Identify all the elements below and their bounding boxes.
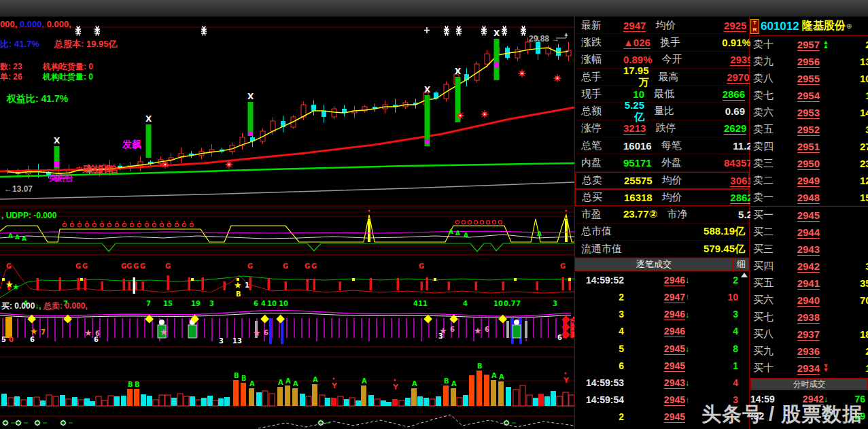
svg-text:G: G: [140, 262, 145, 270]
watermark: 头条号 / 股票数据猫: [701, 401, 868, 429]
book-level-row[interactable]: 卖九2956137: [750, 53, 868, 70]
quote-label: 总市值: [581, 225, 663, 238]
svg-text:X: X: [54, 136, 60, 145]
quote-label: 涨停: [581, 122, 623, 135]
svg-text:15: 15: [163, 300, 173, 307]
book-level-label: 买七: [753, 311, 784, 324]
trade-price: 2943: [624, 377, 685, 388]
book-level-row[interactable]: 卖四2951270: [750, 138, 868, 155]
book-volume: 24: [837, 345, 868, 357]
book-level-row[interactable]: 卖一2948158: [750, 189, 868, 206]
book-level-row[interactable]: 卖二2949123: [750, 172, 868, 189]
equity-ratio-label: 比: 41.7%: [0, 38, 39, 50]
trade-list-scrollbar[interactable]: [741, 273, 748, 409]
inst-spit-label: 机构吐货量: 0: [43, 71, 93, 83]
svg-text:★: ★: [474, 326, 482, 336]
quote-label: 均价: [662, 174, 704, 187]
trade-row[interactable]: 52945↓8: [575, 340, 749, 357]
quote-value: 0.69: [696, 105, 745, 117]
svg-text:10: 10: [267, 300, 277, 307]
book-level-row[interactable]: 卖七295415: [750, 87, 868, 104]
trade-price: 2945: [624, 394, 685, 405]
quote-value: 2862: [704, 192, 753, 203]
order-count-label: 单: 26: [0, 71, 22, 83]
svg-text:7: 7: [146, 300, 151, 307]
quote-label: 外盘: [661, 156, 704, 169]
svg-text:7: 7: [41, 328, 46, 336]
book-level-row[interactable]: 买一29453: [750, 207, 868, 224]
trade-time: 14:59:52: [579, 275, 624, 286]
book-level-row[interactable]: 买二29442: [750, 224, 868, 241]
trade-tabbar: 逐笔成交 细: [575, 258, 749, 271]
quote-value: 3213: [623, 122, 646, 134]
scroll-up-icon[interactable]: [741, 273, 748, 277]
trade-row[interactable]: 629451: [575, 357, 749, 374]
quote-value: 17.95万: [623, 65, 649, 89]
book-level-row[interactable]: 卖十2957▲▲23: [750, 36, 868, 53]
book-price: 2949: [784, 175, 820, 186]
trade-direction-icon: ↓: [685, 275, 695, 285]
chart-area[interactable]: XXXXXXAAAAAAAGGGGGGGGGGGGGG★★★1B47715193…: [0, 0, 574, 429]
trade-row[interactable]: 32946↓3: [575, 306, 749, 323]
book-volume: 137: [837, 56, 868, 67]
quote-value: 25575: [624, 175, 653, 186]
book-level-row[interactable]: 买四294233: [750, 258, 868, 275]
trade-row[interactable]: 22947↑10: [575, 288, 749, 305]
quote-label: 最低: [654, 88, 696, 101]
trade-price: 2946: [624, 275, 685, 286]
quote-value: 588.19亿: [663, 225, 745, 238]
quote-value: 10: [623, 88, 644, 100]
svg-text:19: 19: [191, 300, 201, 307]
sell-amount-label: 总卖: 0.000,: [44, 301, 88, 311]
trade-time: 3: [579, 309, 624, 320]
book-volume: 23: [837, 39, 868, 50]
svg-text:1: 1: [245, 281, 249, 289]
book-level-row[interactable]: 买十2934▼▼15: [750, 360, 868, 377]
indicator-value: 0.000,: [20, 19, 47, 29]
quote-row: 总卖25575均价3061: [575, 172, 749, 189]
book-level-row[interactable]: 买六2940708: [750, 292, 868, 309]
book-level-row[interactable]: 买八2937185: [750, 326, 868, 343]
book-level-row[interactable]: 买七29389: [750, 309, 868, 326]
stock-header[interactable]: TR 601012 隆基股份 ⊕: [750, 17, 868, 36]
book-price: 2945: [784, 209, 820, 221]
svg-text:A: A: [285, 377, 291, 385]
svg-text:G: G: [75, 262, 81, 270]
quote-label: 今开: [662, 53, 704, 66]
quote-label: 总买: [582, 191, 624, 204]
book-level-row[interactable]: 卖六2953148: [750, 104, 868, 121]
tab-detail[interactable]: 细: [733, 258, 749, 271]
book-price: 2952: [784, 124, 820, 135]
book-level-label: 买三: [753, 243, 784, 256]
book-level-row[interactable]: 卖三2950234: [750, 155, 868, 172]
book-level-row[interactable]: 买九293624: [750, 343, 868, 360]
tab-time-sales[interactable]: 分时成交: [750, 378, 868, 390]
tab-trade-by-trade[interactable]: 逐笔成交: [575, 258, 733, 271]
book-price: 2951: [784, 141, 820, 152]
svg-text:X: X: [145, 114, 152, 124]
svg-text:A: A: [451, 380, 457, 388]
annotation-fabiao: 发飙: [122, 139, 141, 151]
book-level-row[interactable]: 买五2941356: [750, 275, 868, 292]
quote-value: 2629: [697, 122, 746, 134]
quote-row: 涨跌▲026换手0.91%: [575, 34, 749, 51]
quote-rows: 最新2947均价2925涨跌▲026换手0.91%涨幅0.89%今开2939总手…: [575, 17, 749, 258]
book-level-row[interactable]: 卖八2955106: [750, 70, 868, 87]
trade-price: 2947: [624, 292, 685, 303]
trade-row[interactable]: 14:59:522946↓2: [575, 271, 749, 288]
trade-row[interactable]: 429464: [575, 323, 749, 340]
book-level-row[interactable]: 卖五295239: [750, 121, 868, 138]
udpp-indicator-label: , UDPP: -0.000: [1, 211, 56, 220]
quote-row: 总手17.95万最高2970: [575, 69, 749, 86]
book-level-row[interactable]: 买三29437: [750, 241, 868, 258]
window-titlebar[interactable]: [0, 0, 868, 17]
trade-price: 2945: [624, 411, 685, 422]
svg-text:A: A: [15, 234, 20, 241]
book-level-label: 买五: [753, 277, 784, 290]
svg-text:3: 3: [438, 332, 443, 340]
quote-value: 2925: [697, 20, 746, 31]
svg-text:6: 6: [264, 329, 268, 337]
quote-value: 0.89%: [623, 54, 653, 65]
trade-row[interactable]: 14:59:532943↓4: [575, 374, 749, 391]
svg-text:3: 3: [553, 300, 557, 307]
